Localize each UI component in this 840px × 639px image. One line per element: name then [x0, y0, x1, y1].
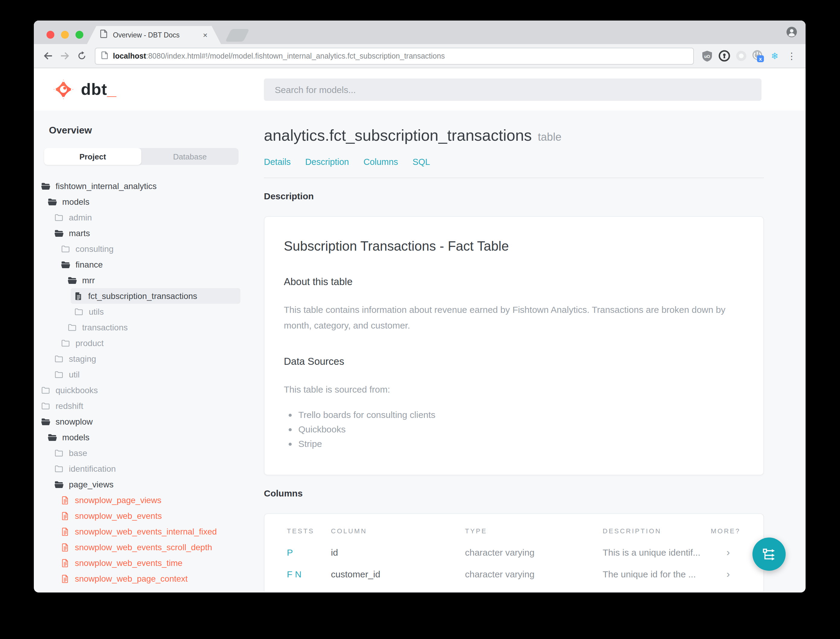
url-text: localhost:8080/index.html#!/model/model.… [113, 52, 445, 60]
tree-item-fct_subscription_transactions[interactable]: fct_subscription_transactions [71, 288, 240, 304]
expand-row-chevron-icon[interactable]: › [711, 590, 730, 592]
model-search-box[interactable] [264, 78, 762, 101]
data-source-item: Stripe [299, 439, 744, 449]
folder-open-icon [68, 276, 77, 285]
swirl-extension-icon[interactable] [734, 49, 748, 63]
screenshot-stage: Overview - DBT Docs ✕ loca [0, 0, 840, 639]
tree-item-models[interactable]: models [44, 429, 240, 445]
browser-tab[interactable]: Overview - DBT Docs ✕ [87, 26, 221, 44]
tree-item-label: util [69, 370, 80, 379]
nav-link-description[interactable]: Description [305, 157, 349, 167]
app-header: dbt_ [34, 68, 805, 111]
tree-item-models[interactable]: models [44, 194, 240, 210]
url-doc-icon [102, 51, 108, 61]
tree-item-transactions[interactable]: transactions [64, 320, 240, 335]
tree-item-snowplow_web_events_scroll_depth[interactable]: snowplow_web_events_scroll_depth [57, 539, 240, 555]
nav-link-columns[interactable]: Columns [364, 157, 398, 167]
snowflake-extension-icon[interactable]: ❄ [767, 49, 782, 63]
tree-item-quickbooks[interactable]: quickbooks [37, 382, 240, 398]
nav-link-sql[interactable]: SQL [413, 157, 430, 167]
power-x-extension-icon[interactable]: x [751, 49, 765, 63]
tab-title: Overview - DBT Docs [113, 32, 197, 39]
expand-row-chevron-icon[interactable]: › [711, 568, 730, 580]
sidebar-tab-database[interactable]: Database [141, 148, 238, 165]
tree-item-label: mrr [82, 275, 95, 285]
tree-item-label: finance [76, 260, 103, 269]
column-header-more: MORE? [711, 527, 745, 534]
data-sources-intro: This table is sourced from: [284, 381, 744, 397]
tree-item-redshift[interactable]: redshift [37, 398, 240, 414]
tree-item-product[interactable]: product [57, 335, 240, 351]
forward-button[interactable] [56, 48, 73, 64]
lineage-graph-button[interactable] [753, 537, 786, 571]
tree-item-staging[interactable]: staging [51, 351, 240, 367]
new-tab-button[interactable] [225, 29, 249, 42]
tab-strip: Overview - DBT Docs ✕ [34, 21, 805, 44]
tree-item-label: snowplow_page_views [75, 495, 161, 505]
data-sources-heading: Data Sources [284, 355, 744, 367]
tree-item-consulting[interactable]: consulting [57, 241, 240, 257]
file-red-icon [61, 527, 70, 536]
tree-item-utils[interactable]: utils [71, 304, 240, 320]
tree-item-label: snowplow_web_page_context [75, 574, 188, 583]
close-window-button[interactable] [46, 31, 54, 39]
tree-item-finance[interactable]: finance [57, 257, 240, 272]
column-row-customer_id[interactable]: F Ncustomer_idcharacter varyingThe uniqu… [265, 564, 763, 585]
tree-item-page_views[interactable]: page_views [51, 477, 240, 492]
folder-closed-icon [61, 339, 70, 348]
browser-profile-avatar[interactable] [786, 26, 798, 38]
tree-item-label: utils [89, 307, 104, 316]
dbt-logo-text: dbt_ [81, 80, 116, 99]
search-input[interactable] [273, 84, 752, 95]
tree-item-label: product [76, 338, 103, 348]
tree-item-util[interactable]: util [51, 367, 240, 382]
minimize-window-button[interactable] [61, 31, 69, 39]
sidebar-heading: Overview [49, 125, 260, 136]
folder-closed-icon [74, 307, 83, 316]
tree-item-snowplow_web_page_context[interactable]: snowplow_web_page_context [57, 571, 240, 587]
tree-item-mrr[interactable]: mrr [64, 272, 240, 288]
tree-item-label: models [62, 197, 89, 207]
column-header-description: DESCRIPTION [603, 527, 711, 534]
section-divider [264, 178, 764, 178]
folder-closed-icon [54, 370, 64, 379]
tree-item-snowplow_web_events[interactable]: snowplow_web_events [57, 508, 240, 524]
folder-open-icon [54, 480, 64, 489]
nav-link-details[interactable]: Details [264, 157, 291, 167]
project-tree: fishtown_internal_analytics models admin… [34, 178, 260, 587]
column-row-customer_name[interactable]: Ncustomer_namecharacter varyingThe name … [265, 585, 763, 592]
tree-item-marts[interactable]: marts [51, 225, 240, 241]
dbt-logo[interactable]: dbt_ [52, 78, 116, 101]
tree-item-label: consulting [76, 244, 114, 254]
sidebar-tab-project[interactable]: Project [44, 148, 141, 165]
tree-item-admin[interactable]: admin [51, 210, 240, 225]
column-header-column: COLUMN [331, 527, 465, 534]
tree-item-label: marts [69, 228, 90, 238]
tree-item-snowplow[interactable]: snowplow [37, 414, 240, 429]
password-manager-extension-icon[interactable] [717, 49, 731, 63]
back-button[interactable] [39, 48, 56, 64]
svg-text:uO: uO [704, 54, 710, 59]
tree-item-base[interactable]: base [51, 445, 240, 461]
reload-button[interactable] [73, 48, 90, 64]
tree-item-fishtown_internal_analytics[interactable]: fishtown_internal_analytics [37, 178, 240, 194]
tree-item-label: quickbooks [56, 385, 98, 395]
folder-open-icon [41, 181, 50, 191]
url-bar[interactable]: localhost:8080/index.html#!/model/model.… [95, 48, 694, 64]
tree-item-label: identification [69, 464, 116, 474]
folder-open-icon [61, 260, 70, 269]
tree-item-snowplow_page_views[interactable]: snowplow_page_views [57, 492, 240, 508]
tree-item-label: snowplow_web_events_time [75, 558, 183, 568]
folder-closed-icon [68, 323, 77, 332]
tree-item-identification[interactable]: identification [51, 461, 240, 477]
tree-item-label: snowplow [56, 417, 93, 426]
zoom-window-button[interactable] [76, 31, 83, 39]
tab-close-icon[interactable]: ✕ [203, 32, 208, 38]
tree-item-snowplow_web_events_time[interactable]: snowplow_web_events_time [57, 555, 240, 571]
column-row-id[interactable]: Pidcharacter varyingThis is a unique ide… [265, 542, 763, 564]
file-red-icon [61, 511, 70, 520]
tree-item-snowplow_web_events_internal_fixed[interactable]: snowplow_web_events_internal_fixed [57, 524, 240, 539]
browser-menu-kebab-icon[interactable]: ⋮ [784, 49, 799, 63]
expand-row-chevron-icon[interactable]: › [711, 547, 730, 559]
ublock-extension-icon[interactable]: uO [700, 49, 715, 63]
